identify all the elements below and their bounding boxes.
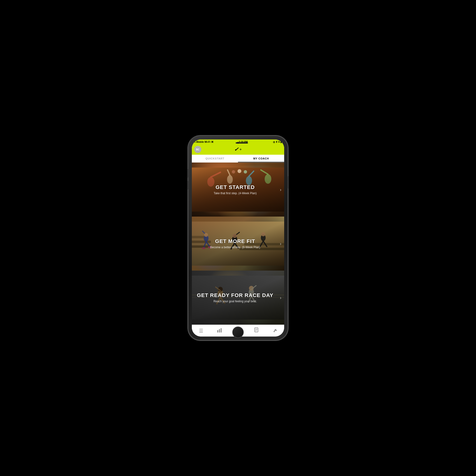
card-subtitle-get-ready-race: Reach your goal feeling your best. (214, 300, 257, 303)
card-arrow-get-more-fit: › (280, 241, 281, 246)
svg-point-66 (276, 330, 277, 331)
stats-icon (217, 328, 222, 334)
card-overlay-get-started: GET STARTED Take that first step. (4-Wee… (192, 163, 284, 217)
nav-item-stats[interactable] (214, 325, 225, 336)
power-button[interactable] (288, 176, 289, 188)
app-screen: T-Mobile Wi-Fi ⌘ 3:20 PM ◎ ⬆ ✶ ▮ BC (192, 139, 284, 337)
card-title-get-started: GET STARTED (216, 184, 255, 190)
phone-frame: T-Mobile Wi-Fi ⌘ 3:20 PM ◎ ⬆ ✶ ▮ BC (188, 136, 288, 340)
status-right: ◎ ⬆ ✶ ▮ (273, 141, 282, 143)
app-logo: ✓ + (234, 146, 241, 153)
card-overlay-get-ready-race: GET READY FOR RACE DAY Reach your goal f… (192, 271, 284, 325)
logo-plus: + (239, 147, 241, 152)
battery-icon: ▮ (280, 141, 282, 143)
card-get-ready-race[interactable]: GET READY FOR RACE DAY Reach your goal f… (192, 271, 284, 325)
card-arrow-get-started: › (280, 187, 281, 192)
volume-up-button[interactable] (187, 169, 188, 178)
location-arrow-icon: ⬆ (276, 141, 277, 143)
nav-item-journal[interactable] (251, 325, 262, 336)
tab-bar: QUICKSTART MY COACH (192, 155, 284, 163)
nike-swoosh-icon: ✓ (234, 146, 239, 153)
user-avatar[interactable]: BC (194, 146, 201, 153)
svg-rect-52 (219, 329, 220, 333)
location-icon: ◎ (273, 141, 275, 143)
earpiece-speaker (236, 142, 248, 143)
status-left: T-Mobile Wi-Fi ⌘ (194, 141, 214, 143)
phone-screen: T-Mobile Wi-Fi ⌘ 3:20 PM ◎ ⬆ ✶ ▮ BC (192, 139, 284, 337)
card-arrow-get-ready-race: › (280, 295, 281, 300)
menu-icon: ☰ (199, 328, 203, 334)
phone-device: T-Mobile Wi-Fi ⌘ 3:20 PM ◎ ⬆ ✶ ▮ BC (188, 136, 288, 340)
svg-point-65 (274, 331, 275, 332)
card-subtitle-get-started: Take that first step. (4-Week Plan) (214, 192, 257, 195)
tab-my-coach[interactable]: MY COACH (238, 155, 284, 162)
svg-rect-53 (221, 328, 221, 333)
wifi-icon: ⌘ (211, 141, 214, 143)
card-overlay-get-more-fit: GET MORE FIT Become a better athlete. (8… (192, 217, 284, 271)
card-title-get-more-fit: GET MORE FIT (215, 238, 255, 244)
card-subtitle-get-more-fit: Become a better athlete. (8-Week Plan) (210, 246, 260, 249)
nav-item-music[interactable] (270, 325, 280, 336)
card-get-started[interactable]: GET STARTED Take that first step. (4-Wee… (192, 163, 284, 217)
music-icon (272, 327, 277, 334)
bluetooth-icon: ✶ (278, 141, 280, 143)
tab-quickstart[interactable]: QUICKSTART (192, 155, 238, 162)
carrier-text: T-Mobile Wi-Fi (194, 141, 210, 143)
coach-content: GET STARTED Take that first step. (4-Wee… (192, 163, 284, 325)
journal-icon (254, 327, 259, 334)
app-header: BC ✓ + (192, 144, 284, 155)
volume-down-button[interactable] (187, 181, 188, 189)
svg-rect-51 (217, 330, 218, 333)
nav-item-menu[interactable]: ☰ (196, 325, 206, 336)
card-title-get-ready-race: GET READY FOR RACE DAY (197, 292, 273, 298)
home-button[interactable] (232, 326, 244, 338)
card-get-more-fit[interactable]: GET MORE FIT Become a better athlete. (8… (192, 217, 284, 271)
